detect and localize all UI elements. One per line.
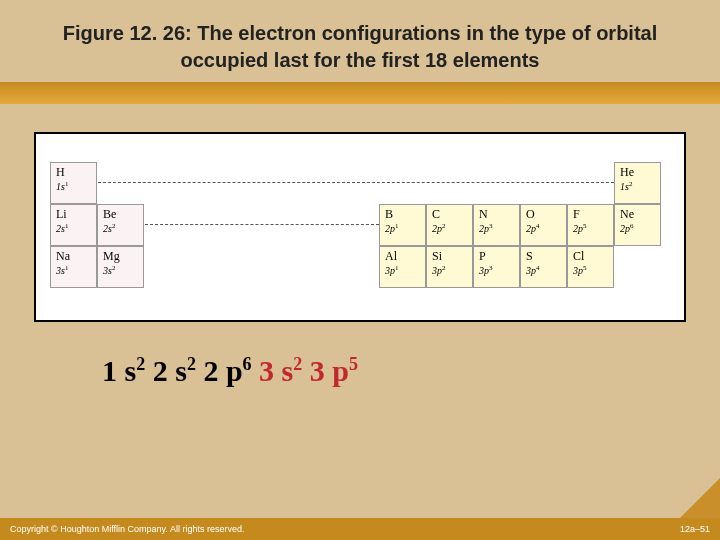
figure-frame: H1s1He1s2Li2s1Be2s2B2p1C2p2N2p3O2p4F2p5N… [34,132,686,322]
config-term-2: 2 p6 [203,354,259,387]
element-O: O2p4 [520,204,567,246]
title-block: Figure 12. 26: The electron configuratio… [0,0,720,82]
element-Al: Al3p1 [379,246,426,288]
folded-corner [680,478,720,518]
element-N: N2p3 [473,204,520,246]
element-Li: Li2s1 [50,204,97,246]
element-C: C2p2 [426,204,473,246]
config-term-3: 3 s2 [259,354,310,387]
element-F: F2p5 [567,204,614,246]
electron-config: 1 s2 2 s2 2 p6 3 s2 3 p5 [34,354,686,388]
element-S: S3p4 [520,246,567,288]
periodic-table: H1s1He1s2Li2s1Be2s2B2p1C2p2N2p3O2p4F2p5N… [50,162,670,306]
element-Na: Na3s1 [50,246,97,288]
config-term-0: 1 s2 [102,354,153,387]
element-Si: Si3p2 [426,246,473,288]
config-term-4: 3 p5 [310,354,358,387]
element-P: P3p3 [473,246,520,288]
element-Cl: Cl3p5 [567,246,614,288]
figure-title: Figure 12. 26: The electron configuratio… [30,20,690,74]
dashed-line-mid [145,224,379,225]
element-He: He1s2 [614,162,661,204]
dashed-line-top [98,182,614,183]
element-Ne: Ne2p6 [614,204,661,246]
element-H: H1s1 [50,162,97,204]
element-B: B2p1 [379,204,426,246]
slide-body: H1s1He1s2Li2s1Be2s2B2p1C2p2N2p3O2p4F2p5N… [0,104,720,388]
element-Mg: Mg3s2 [97,246,144,288]
accent-bar [0,82,720,104]
copyright-text: Copyright © Houghton Mifflin Company. Al… [10,524,244,534]
page-number: 12a–51 [680,524,710,534]
element-Be: Be2s2 [97,204,144,246]
footer-bar: Copyright © Houghton Mifflin Company. Al… [0,518,720,540]
config-term-1: 2 s2 [153,354,204,387]
